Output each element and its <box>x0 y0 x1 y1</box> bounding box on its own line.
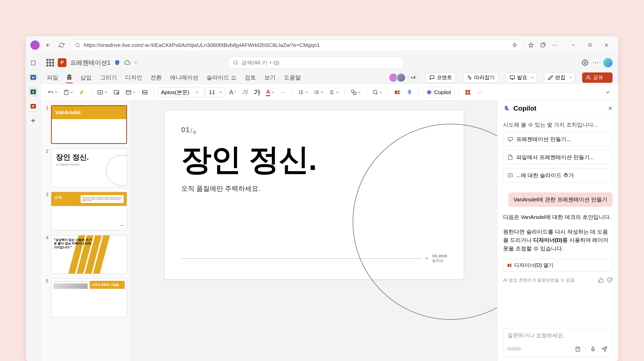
copilot-user-message: VanArsdel에 관한 프레젠테이션 만들기 <box>508 192 613 207</box>
presence-avatars[interactable]: +4 <box>390 73 418 82</box>
tab-home[interactable]: 홈 <box>66 72 73 83</box>
save-status-icon[interactable] <box>124 59 131 66</box>
document-title[interactable]: 프레젠테이션1 <box>70 59 111 67</box>
tab-file[interactable]: 파일 <box>46 72 59 83</box>
favorites-icon[interactable] <box>526 40 536 50</box>
close-panel-button[interactable]: ✕ <box>608 105 613 112</box>
minimize-button[interactable] <box>566 40 581 50</box>
svg-rect-3 <box>31 61 35 65</box>
catchup-button[interactable]: 따라잡기 <box>463 72 499 83</box>
grid-view-button[interactable] <box>462 87 473 98</box>
chevron-down-icon[interactable] <box>529 76 536 79</box>
tab-transitions[interactable]: 전환 <box>150 72 162 83</box>
tab-design[interactable]: 디자인 <box>125 72 143 83</box>
tab-insert[interactable]: 삽입 <box>80 72 92 83</box>
title-chevron-icon[interactable] <box>134 61 137 64</box>
profile-avatar[interactable] <box>30 40 40 50</box>
bullets-button[interactable] <box>296 87 310 98</box>
toolbar-overflow-icon[interactable]: ⋯ <box>475 87 486 98</box>
designer-button[interactable] <box>392 87 403 98</box>
copilot-intro: 시도해 볼 수 있는 몇 가지 조치입니다... <box>503 121 613 128</box>
thumbs-up-button[interactable] <box>598 277 604 283</box>
powerpoint-badge-icon: P <box>58 58 66 67</box>
reading-mode-icon[interactable] <box>512 42 518 48</box>
app-launcher-icon[interactable] <box>46 59 54 67</box>
undo-button[interactable] <box>46 87 60 98</box>
mic-icon[interactable] <box>589 345 597 353</box>
picture-button[interactable] <box>139 87 150 98</box>
share-button[interactable]: 공유 <box>582 72 613 83</box>
slide-canvas[interactable]: 01 / 장 장인 정신. 오직 품질에만 주력하세요. + SS 2019 <box>165 111 463 279</box>
slide-thumb-4[interactable]: "상상력이 없는 사람은 뜨거운 물이 없는 티백이나 마찬가지입니다." <box>51 235 127 274</box>
tab-slideshow[interactable]: 슬라이드 쇼 <box>206 72 237 83</box>
thumb-number: 5 <box>44 278 48 317</box>
sensitivity-shield-icon[interactable] <box>114 60 120 66</box>
slide-thumb-5[interactable]: 이곳의 문화와 사람들. <box>51 278 127 317</box>
copilot-input[interactable]: 질문하거나 요청하세요. 0/2000 <box>503 328 613 357</box>
paste-button[interactable] <box>61 87 75 98</box>
slide-preview-button[interactable] <box>111 87 122 98</box>
font-size-select[interactable]: 11 <box>206 87 225 97</box>
presence-avatar-2[interactable] <box>396 73 406 82</box>
layout-button[interactable] <box>123 87 138 98</box>
tab-view[interactable]: 보기 <box>264 72 276 83</box>
close-button[interactable] <box>599 40 614 50</box>
svg-rect-1 <box>541 44 544 47</box>
copilot-suggestion-3[interactable]: ...에 대한 슬라이드 추가 <box>503 168 613 183</box>
back-button[interactable] <box>43 40 53 50</box>
slide-thumb-2[interactable]: 장인 정신. 오직 품질에만 주력하세요 <box>51 149 127 187</box>
word-app-icon[interactable]: W <box>29 73 38 82</box>
search-input[interactable]: 검색(Alt 키 + Q) <box>228 57 403 69</box>
tab-help[interactable]: 도움말 <box>283 72 301 83</box>
copilot-open-designer-button[interactable]: 디자이너(D) 열기 <box>503 259 613 272</box>
edit-button[interactable]: 편집 <box>544 72 575 83</box>
slide-thumb-1[interactable]: VanArsdel <box>51 105 127 144</box>
maximize-button[interactable] <box>583 40 597 50</box>
more-font-icon[interactable]: ⋯ <box>278 87 289 98</box>
powerpoint-app-icon[interactable]: P <box>29 102 38 111</box>
thumbs-down-button[interactable] <box>607 277 613 283</box>
more-options-icon[interactable]: ⋯ <box>592 59 599 66</box>
dictate-button[interactable] <box>404 87 415 98</box>
ribbon-collapse-button[interactable] <box>602 87 613 98</box>
format-painter-button[interactable] <box>77 87 88 98</box>
clear-format-button[interactable]: 가 <box>239 87 250 98</box>
comments-button[interactable]: 코멘트 <box>426 72 456 83</box>
chevron-down-icon[interactable] <box>605 76 612 79</box>
slide-canvas-area[interactable]: 01 / 장 장인 정신. 오직 품질에만 주력하세요. + SS 2019 <box>131 101 497 361</box>
refresh-button[interactable] <box>57 40 66 50</box>
collections-icon[interactable] <box>538 40 548 50</box>
prompt-book-icon[interactable] <box>574 345 582 353</box>
slide-thumb-3[interactable]: 소개. Lorem ipsum dolor sit amet consectet… <box>51 192 127 231</box>
copilot-suggestion-2[interactable]: 파일에서 프레젠테이션 만들기... <box>503 150 613 165</box>
numbering-button[interactable] <box>312 87 326 98</box>
new-slide-button[interactable] <box>95 87 109 98</box>
font-family-select[interactable]: Aptos(본문) <box>158 87 204 97</box>
find-button[interactable] <box>370 87 384 98</box>
tab-animations[interactable]: 애니메이션 <box>170 72 199 83</box>
account-avatar[interactable] <box>603 58 613 67</box>
shapes-button[interactable] <box>349 87 363 98</box>
increase-font-button[interactable]: A^ <box>227 87 238 98</box>
presence-more[interactable]: +4 <box>408 74 418 81</box>
bold-button[interactable]: 가 <box>252 87 262 98</box>
address-bar[interactable]: https://onedrive.live.com/:w:/t/EaCKkPs6… <box>70 39 522 51</box>
present-button[interactable]: 발표 <box>506 72 537 83</box>
activity-icon <box>467 75 472 80</box>
font-color-button[interactable]: A <box>264 87 276 98</box>
browser-more-icon[interactable]: ⋯ <box>550 40 560 50</box>
tab-draw[interactable]: 그리기 <box>99 72 117 83</box>
excel-app-icon[interactable]: X <box>29 87 38 96</box>
tab-review[interactable]: 검토 <box>244 72 257 83</box>
copilot-suggestion-1[interactable]: 프레젠테이션 만들기... <box>503 132 613 146</box>
copilot-toolbar-button[interactable]: Copilot <box>422 87 455 98</box>
add-app-icon[interactable]: + <box>29 116 38 125</box>
settings-icon[interactable] <box>582 59 588 66</box>
chevron-down-icon[interactable] <box>567 76 574 79</box>
tabs-icon[interactable] <box>29 58 38 68</box>
copilot-reply-1: 다음은 VanArsdel에 대한 데크의 초안입니다. <box>503 213 613 221</box>
app-switcher-rail: W X P + <box>26 54 41 361</box>
send-button[interactable] <box>600 345 608 353</box>
browser-actions: ⋯ <box>526 40 560 50</box>
align-button[interactable] <box>327 87 341 98</box>
